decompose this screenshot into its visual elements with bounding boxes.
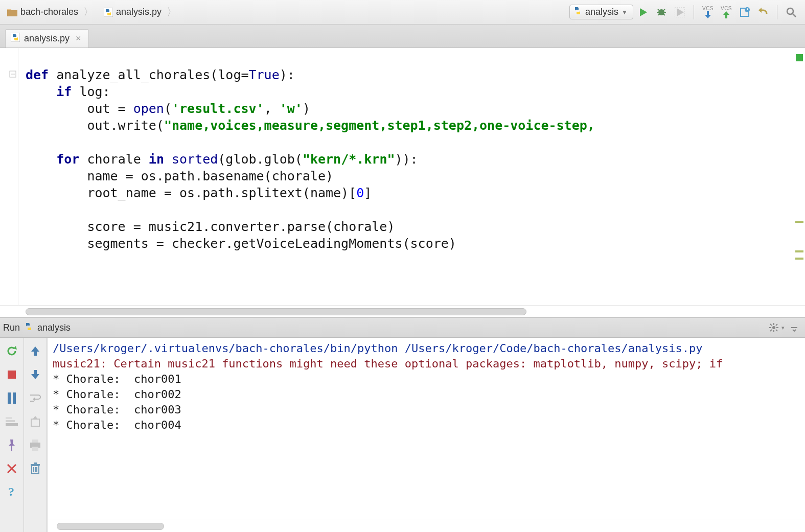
code-text: chorale — [79, 152, 148, 167]
undo-button[interactable] — [756, 6, 770, 19]
code-text: (glob.glob( — [218, 152, 303, 167]
svg-line-9 — [793, 14, 796, 17]
vcs-update-button[interactable]: VCS — [701, 6, 715, 19]
vcs-label: VCS — [721, 6, 732, 11]
code-keyword: in — [149, 152, 164, 167]
python-icon — [24, 322, 33, 334]
export-button[interactable] — [28, 414, 42, 429]
toolbar-separator — [777, 5, 777, 19]
toolbar-separator — [694, 5, 694, 19]
console-horizontal-scrollbar[interactable] — [47, 520, 805, 532]
dump-threads-button[interactable] — [5, 414, 19, 429]
svg-rect-37 — [32, 447, 38, 451]
scrollbar-thumb[interactable] — [57, 523, 164, 530]
coverage-button[interactable] — [673, 6, 686, 19]
python-icon — [573, 6, 582, 18]
code-number: 0 — [356, 186, 364, 200]
code-text: log: — [72, 84, 110, 99]
code-text: )): — [395, 152, 418, 167]
pin-tab-button[interactable] — [5, 438, 19, 452]
editor-area: def analyze_all_chorales(log=True): if l… — [0, 48, 805, 305]
hide-panel-button[interactable] — [789, 322, 800, 333]
warning-marker[interactable] — [795, 221, 803, 223]
breadcrumb-file[interactable]: analysis.py 〉 — [100, 4, 181, 20]
run-controls-column: ? — [0, 338, 24, 532]
code-text: root_name = os.path.splitext(name)[ — [26, 186, 356, 200]
pause-button[interactable] — [5, 391, 19, 405]
svg-line-21 — [776, 324, 777, 326]
editor-horizontal-scrollbar[interactable] — [0, 305, 805, 317]
history-button[interactable] — [738, 6, 751, 19]
debug-button[interactable] — [655, 6, 668, 19]
run-tool-window: ? /Users/kroger/.virtualenvs/bach-choral… — [0, 338, 805, 532]
run-config-label: analysis — [585, 7, 618, 17]
svg-rect-28 — [6, 417, 12, 419]
breadcrumb-project-label: bach-chorales — [20, 7, 78, 17]
breadcrumb-file-label: analysis.py — [116, 7, 162, 17]
close-tab-button[interactable]: × — [74, 33, 81, 44]
code-text: , — [264, 101, 280, 116]
run-tool-window-header[interactable]: Run analysis ▾ — [0, 317, 805, 338]
code-text: ): — [280, 67, 295, 82]
svg-rect-25 — [13, 392, 16, 404]
navigation-bar: bach-chorales 〉 analysis.py 〉 analysis ▼ — [0, 0, 805, 25]
console-line: * Chorale: chor002 — [53, 388, 181, 401]
code-editor[interactable]: def analyze_all_chorales(log=True): if l… — [18, 48, 794, 305]
code-builtin: True — [249, 67, 280, 82]
code-string: 'w' — [280, 101, 303, 116]
code-keyword: if — [56, 84, 72, 99]
svg-point-13 — [772, 326, 775, 329]
toolbar: VCS VCS — [636, 5, 802, 19]
svg-line-19 — [776, 330, 777, 331]
search-button[interactable] — [785, 6, 798, 19]
scroll-up-button[interactable] — [28, 344, 42, 358]
chevron-right-icon: 〉 — [165, 5, 177, 19]
editor-error-stripe[interactable] — [794, 48, 805, 305]
scroll-down-button[interactable] — [28, 367, 42, 382]
print-button[interactable] — [28, 438, 42, 452]
code-text: ( — [164, 101, 172, 116]
console-output[interactable]: /Users/kroger/.virtualenvs/bach-chorales… — [47, 338, 805, 520]
svg-rect-23 — [8, 371, 16, 379]
folder-icon — [7, 8, 17, 16]
breadcrumb-project[interactable]: bach-chorales 〉 — [3, 4, 98, 20]
stop-button[interactable] — [5, 367, 19, 382]
fold-toggle-icon[interactable] — [9, 71, 16, 78]
code-text: out = — [26, 101, 133, 116]
code-text: score = music21.converter.parse(chorale) — [26, 219, 395, 234]
python-file-icon — [104, 8, 113, 17]
editor-tabs: analysis.py × — [0, 25, 805, 48]
console-controls-column — [24, 338, 47, 532]
code-text: ] — [364, 186, 372, 200]
tab-label: analysis.py — [24, 33, 70, 44]
editor-gutter[interactable] — [0, 48, 18, 305]
vcs-label: VCS — [702, 6, 714, 11]
close-tab-button[interactable] — [5, 461, 19, 476]
run-configuration-selector[interactable]: analysis ▼ — [569, 5, 633, 19]
console-line: * Chorale: chor004 — [53, 419, 181, 431]
warning-marker[interactable] — [795, 258, 803, 260]
svg-point-8 — [787, 8, 793, 14]
svg-rect-27 — [6, 420, 15, 422]
svg-line-18 — [770, 324, 772, 326]
run-button[interactable] — [636, 6, 650, 19]
tab-analysis[interactable]: analysis.py × — [5, 29, 89, 48]
clear-all-button[interactable] — [28, 461, 42, 476]
scrollbar-thumb[interactable] — [26, 308, 526, 315]
svg-text:?: ? — [8, 485, 14, 498]
svg-rect-0 — [104, 8, 113, 17]
code-text: analyze_all_chorales(log= — [49, 67, 248, 82]
vcs-commit-button[interactable]: VCS — [720, 6, 733, 19]
svg-rect-26 — [6, 423, 18, 426]
svg-rect-34 — [31, 419, 39, 426]
code-keyword: for — [56, 152, 79, 167]
chevron-right-icon: 〉 — [81, 5, 94, 19]
svg-rect-29 — [11, 446, 12, 451]
warning-marker[interactable] — [795, 250, 803, 252]
soft-wrap-button[interactable] — [28, 391, 42, 405]
help-button[interactable]: ? — [5, 485, 19, 499]
console-line: /Users/kroger/.virtualenvs/bach-chorales… — [53, 342, 703, 355]
settings-gear-icon[interactable] — [768, 322, 779, 333]
svg-rect-24 — [8, 392, 11, 404]
rerun-button[interactable] — [5, 344, 19, 358]
